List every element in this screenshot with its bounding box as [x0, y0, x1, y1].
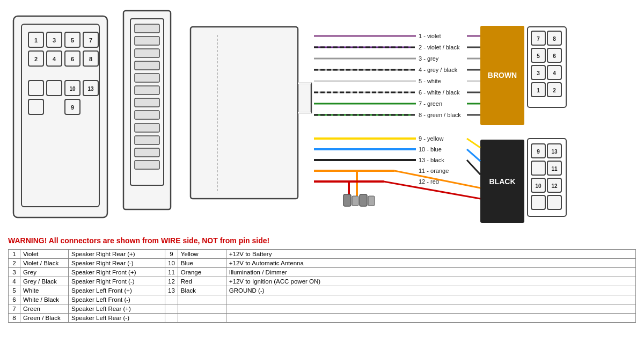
svg-line-127: [467, 160, 480, 175]
svg-text:4: 4: [553, 70, 556, 76]
svg-rect-37: [135, 124, 159, 132]
svg-rect-39: [135, 148, 159, 157]
pin-function: [226, 314, 635, 323]
svg-rect-38: [135, 136, 159, 144]
svg-text:3 - grey: 3 - grey: [419, 55, 439, 62]
svg-rect-36: [135, 111, 159, 119]
svg-text:5: 5: [537, 53, 540, 59]
svg-line-126: [467, 149, 480, 161]
pin-number: [165, 314, 178, 323]
svg-text:5 - white: 5 - white: [419, 78, 441, 84]
svg-text:7: 7: [89, 37, 92, 43]
table-row: 1 Violet Speaker Right Rear (+) 9 Yellow…: [9, 250, 636, 259]
svg-text:11: 11: [551, 166, 558, 172]
svg-text:7 - green: 7 - green: [419, 100, 442, 107]
middle-connector: [123, 11, 171, 209]
svg-rect-33: [135, 74, 159, 82]
pin-number: 1: [9, 250, 20, 259]
svg-rect-34: [135, 86, 159, 95]
svg-text:10: 10: [535, 183, 541, 189]
svg-text:BROWN: BROWN: [488, 71, 517, 79]
svg-rect-96: [343, 194, 351, 206]
pin-function: Speaker Right Rear (-): [69, 259, 165, 268]
pin-number: 4: [9, 277, 20, 286]
pin-function: [226, 304, 635, 314]
wiring-diagram-svg: 1 3 5 7 2 4 6 8 10: [8, 5, 636, 231]
right-plug: [191, 27, 311, 199]
pin-function: +12V to Ignition (ACC power ON): [226, 277, 635, 286]
svg-text:6 - white / black: 6 - white / black: [419, 89, 460, 96]
svg-text:9: 9: [537, 149, 540, 155]
svg-text:11 - orange: 11 - orange: [419, 168, 449, 174]
svg-rect-97: [352, 196, 358, 206]
svg-text:8: 8: [553, 36, 556, 42]
svg-line-125: [467, 139, 480, 148]
warning-text: WARNING! All connectors are shown from W…: [8, 236, 636, 245]
pin-color: White / Black: [20, 295, 69, 304]
svg-rect-29: [135, 24, 159, 33]
pin-function: Speaker Right Rear (+): [69, 250, 165, 259]
pin-color: Green / Black: [20, 314, 69, 323]
svg-text:2: 2: [34, 56, 38, 62]
pin-color: Orange: [178, 268, 226, 277]
pin-function: Speaker Right Front (+): [69, 268, 165, 277]
left-connector: 1 3 5 7 2 4 6 8 10: [13, 16, 107, 217]
svg-text:12: 12: [551, 183, 558, 189]
table-row: 2 Violet / Black Speaker Right Rear (-) …: [9, 259, 636, 268]
pin-color: Blue: [178, 259, 226, 268]
table-row: 5 White Speaker Left Front (+) 13 Black …: [9, 286, 636, 295]
pin-function: GROUND (-): [226, 286, 635, 295]
table-row: 6 White / Black Speaker Left Front (-): [9, 295, 636, 304]
svg-text:13: 13: [551, 149, 558, 155]
svg-text:2: 2: [553, 88, 556, 93]
pin-color: [178, 295, 226, 304]
svg-rect-40: [135, 161, 159, 169]
svg-rect-32: [135, 61, 159, 70]
svg-text:9: 9: [71, 104, 74, 111]
pin-function: Speaker Right Front (-): [69, 277, 165, 286]
svg-text:10 - blue: 10 - blue: [419, 146, 442, 153]
svg-rect-99: [368, 196, 375, 206]
pin-color: [178, 314, 226, 323]
pin-function: Speaker Left Front (-): [69, 295, 165, 304]
pin-color: White: [20, 286, 69, 295]
svg-text:1: 1: [34, 37, 38, 43]
pin-function: Illumination / Dimmer: [226, 268, 635, 277]
svg-text:1 - violet: 1 - violet: [419, 33, 441, 39]
pin-function: +12V to Battery: [226, 250, 635, 259]
svg-text:4 - grey / black: 4 - grey / black: [419, 67, 458, 73]
svg-text:BLACK: BLACK: [489, 177, 516, 186]
table-row: 8 Green / Black Speaker Left Rear (-): [9, 314, 636, 323]
pin-number: 8: [9, 314, 20, 323]
pin-number: [165, 304, 178, 314]
svg-rect-98: [360, 194, 367, 206]
svg-text:8 - green / black: 8 - green / black: [419, 112, 461, 118]
pin-color: [178, 304, 226, 314]
pin-color: Yellow: [178, 250, 226, 259]
svg-text:7: 7: [537, 36, 540, 42]
svg-text:8: 8: [89, 56, 92, 62]
svg-text:3: 3: [537, 70, 540, 76]
table-row: 3 Grey Speaker Right Front (+) 11 Orange…: [9, 268, 636, 277]
pin-color: Grey / Black: [20, 277, 69, 286]
pin-color: Red: [178, 277, 226, 286]
pin-number: 6: [9, 295, 20, 304]
svg-text:4: 4: [53, 56, 56, 62]
main-container: 1 3 5 7 2 4 6 8 10: [0, 0, 644, 328]
svg-rect-106: [531, 161, 545, 175]
svg-text:9 - yellow: 9 - yellow: [419, 135, 444, 142]
pin-color: Green: [20, 304, 69, 314]
pin-number: 5: [9, 286, 20, 295]
pin-number: 9: [165, 250, 178, 259]
pin-function: Speaker Left Front (+): [69, 286, 165, 295]
svg-rect-18: [28, 81, 43, 96]
pin-function: [226, 295, 635, 304]
svg-text:6: 6: [553, 53, 556, 59]
svg-text:13: 13: [87, 86, 94, 92]
pin-number: 2: [9, 259, 20, 268]
svg-rect-30: [135, 37, 159, 45]
pin-number: 12: [165, 277, 178, 286]
svg-rect-19: [47, 81, 62, 96]
svg-rect-31: [135, 49, 159, 57]
pin-number: 3: [9, 268, 20, 277]
